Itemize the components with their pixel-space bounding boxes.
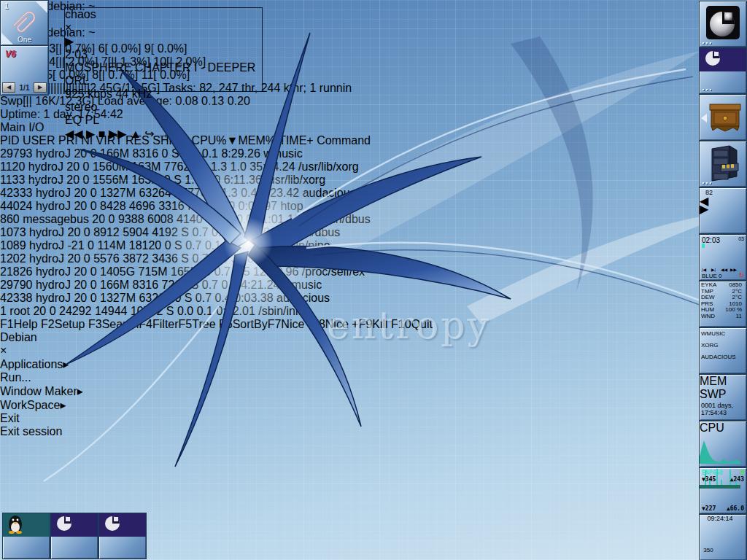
workspace-clip[interactable]: 1 One	[0, 0, 49, 46]
playback-time: 2:03	[65, 48, 262, 61]
weather-display: EYKA0850TMP2°CDEW2°CPRS1010HUM100 %WND11	[700, 281, 743, 322]
drawer-arrow-icon[interactable]	[701, 114, 707, 122]
paperclip-icon	[9, 8, 39, 37]
procmon-line-2: XORG	[700, 340, 742, 351]
net-up-now: ▲243	[730, 476, 744, 483]
dock-cpu-tile[interactable]: CPU	[699, 421, 747, 467]
player-titlebar[interactable]: chaos ×	[65, 8, 262, 34]
dock-terminal-tile[interactable]	[699, 47, 747, 94]
wmusic-button[interactable]: ▶|	[711, 267, 720, 274]
pager-next-button[interactable]: ▶	[34, 82, 47, 93]
play-button[interactable]: ▶	[86, 128, 95, 140]
procmon-line-3: AUDACIOUS	[700, 351, 742, 363]
wmusic-button[interactable]: |◀	[702, 267, 711, 274]
cpu-label: CPU	[700, 421, 742, 435]
net-up-total: ▲66.0	[727, 505, 744, 512]
dock-procmon-tile[interactable]: WMUSIC XORG AUDACIOUS	[699, 327, 747, 374]
clock-digital-time: 09:24:14	[700, 515, 740, 524]
pager-prev-button[interactable]: ◀	[2, 82, 15, 93]
analog-clock	[700, 524, 723, 547]
mixer-next-button[interactable]: ▶	[700, 206, 709, 214]
dock-wmusic-tile[interactable]: 02:03 03 BLUE 0 ↻ |◀▶|◀◀▶▶▲▶||■	[699, 234, 747, 281]
windowmaker-logo-icon	[705, 5, 740, 40]
song-title-marquee[interactable]: MOSPHERE CHAPTER I - DEEPER ORL	[65, 61, 262, 88]
stop-button[interactable]: ■	[98, 128, 106, 140]
samplerate-label: 44 kHz	[115, 88, 152, 100]
playlist-button[interactable]: PL	[85, 114, 100, 126]
workspace-number: 1	[4, 2, 9, 10]
player-title: chaos	[65, 8, 262, 21]
net-down-now: ▼345	[702, 476, 716, 483]
running-indicator	[703, 89, 714, 91]
app-logo: V6	[5, 49, 16, 59]
cpu-history-graph	[700, 435, 740, 464]
repeat-button[interactable]: →	[158, 128, 169, 140]
workspace-name: One	[1, 36, 48, 44]
desktop: entropy 1 One V6 ◀ 1/1 ▶ chaos	[0, 0, 747, 560]
net-header: ENP4S0 B	[702, 470, 744, 476]
procmon-line-1: WMUSIC	[700, 328, 742, 340]
next-button[interactable]: ▶▶	[109, 128, 127, 140]
appicon-pager[interactable]: V6 ◀ 1/1 ▶	[0, 45, 49, 96]
player-display[interactable]: ▶ 2:03	[65, 34, 262, 61]
dock-wmaker-tile[interactable]	[699, 1, 747, 47]
dock-drawer-tile[interactable]	[699, 94, 747, 141]
uptime-time: 17:54:43	[701, 409, 742, 416]
clock-gauge	[700, 555, 714, 560]
clock-beats: 350	[700, 547, 717, 555]
miniwindow-tux-terminal[interactable]	[2, 513, 50, 559]
shuffle-button[interactable]: ↪	[144, 128, 154, 140]
audio-player-window: chaos × ▶ 2:03 MOSPHERE CHAPTER I - DEEP…	[64, 7, 263, 92]
dock-weather-tile[interactable]: EYKA0850TMP2°CDEW2°CPRS1010HUM100 %WND11	[699, 281, 747, 327]
drawer-icon	[708, 101, 742, 133]
wmusic-button[interactable]: ▶▶	[730, 267, 739, 274]
dock-memory-tile[interactable]: MEM SWP 0001 days, 17:54:43	[699, 374, 747, 421]
uptime-days: 0001 days,	[701, 402, 742, 409]
dock-mixer-tile[interactable]: 82 ◀ ▶	[699, 187, 747, 234]
previous-button[interactable]: ◀◀	[65, 128, 83, 140]
running-indicator	[703, 42, 714, 44]
stereo-indicator: stereo	[65, 101, 262, 114]
wallpaper-watermark: entropy	[327, 303, 491, 347]
net-interface: ENP4S0	[702, 470, 723, 476]
stream-info: 925 kbps 44 kHz	[65, 88, 262, 101]
pager-label: 1/1	[20, 84, 30, 92]
wmusic-button[interactable]: ◀◀	[721, 267, 729, 274]
swap-label: SWP	[700, 388, 742, 401]
running-indicator	[703, 182, 714, 184]
eject-button[interactable]: ▲	[130, 128, 142, 140]
dock-clock-tile[interactable]: 09:24:14 350 WE 19 NOV	[699, 514, 747, 560]
equalizer-button[interactable]: EQ	[65, 114, 82, 126]
bitrate-label: 925 kbps	[65, 88, 112, 100]
file-cabinet-icon	[705, 144, 741, 182]
miniwindow-terminal-2[interactable]	[98, 513, 147, 559]
miniwindow-terminal-1[interactable]	[50, 513, 98, 559]
net-down-total: ▼227	[702, 505, 716, 512]
player-close-button[interactable]: ×	[65, 21, 262, 34]
net-flag: B	[740, 470, 744, 476]
dock-network-tile[interactable]: ENP4S0 B ▼345 ▲243 ▼227 ▲66.0	[699, 467, 747, 514]
wmusic-track: 03	[738, 236, 744, 241]
dock-filemanager-tile[interactable]	[699, 141, 747, 187]
play-state-icon: ▶	[65, 34, 262, 48]
mem-label: MEM	[700, 375, 742, 388]
